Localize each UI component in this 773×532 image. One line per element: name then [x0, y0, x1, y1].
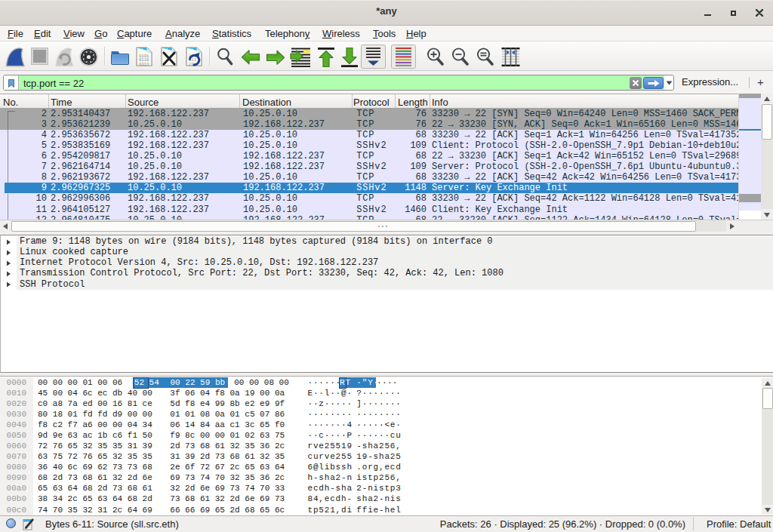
- svg-text:0313: 0313: [139, 62, 149, 67]
